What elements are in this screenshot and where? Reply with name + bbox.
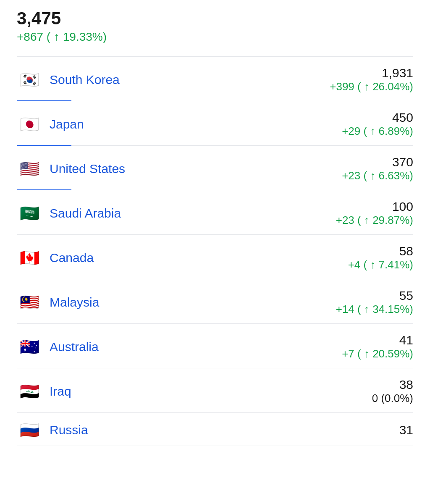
country-item[interactable]: 🇦🇺Australia41+7 ( ↑ 20.59%) — [17, 324, 413, 368]
country-item[interactable]: 🇲🇾Malaysia55+14 ( ↑ 34.15%) — [17, 279, 413, 324]
country-count: 370 — [342, 155, 413, 169]
country-list: 🇰🇷South Korea1,931+399 ( ↑ 26.04%)🇯🇵Japa… — [17, 56, 413, 446]
country-item[interactable]: 🇯🇵Japan450+29 ( ↑ 6.89%) — [17, 101, 413, 146]
country-flag: 🇦🇺 — [17, 339, 42, 355]
country-count: 41 — [342, 333, 413, 347]
country-count: 450 — [342, 110, 413, 125]
country-count: 1,931 — [330, 66, 413, 80]
total-change: +867 ( ↑ 19.33%) — [17, 30, 413, 44]
country-change: +7 ( ↑ 20.59%) — [342, 347, 413, 360]
country-change: +23 ( ↑ 6.63%) — [342, 169, 413, 182]
country-change: +399 ( ↑ 26.04%) — [330, 80, 413, 93]
country-name: Malaysia — [50, 295, 99, 310]
country-change: +4 ( ↑ 7.41%) — [348, 258, 413, 271]
country-count: 58 — [348, 244, 413, 258]
country-flag: 🇲🇾 — [17, 294, 42, 310]
country-change: +23 ( ↑ 29.87%) — [336, 214, 413, 227]
country-name: Australia — [50, 340, 99, 354]
country-count: 55 — [336, 289, 413, 303]
country-count: 31 — [399, 423, 413, 437]
country-flag: 🇨🇦 — [17, 250, 42, 266]
country-flag: 🇯🇵 — [17, 116, 42, 132]
country-item[interactable]: 🇸🇦Saudi Arabia100+23 ( ↑ 29.87%) — [17, 190, 413, 235]
page-wrapper: 3,475 +867 ( ↑ 19.33%) 🇰🇷South Korea1,93… — [0, 0, 430, 446]
country-name: Russia — [50, 423, 88, 437]
country-name: Iraq — [50, 384, 71, 399]
country-flag: 🇺🇸 — [17, 161, 42, 177]
country-item[interactable]: 🇺🇸United States370+23 ( ↑ 6.63%) — [17, 146, 413, 190]
country-item[interactable]: 🇨🇦Canada58+4 ( ↑ 7.41%) — [17, 235, 413, 279]
country-count: 38 — [372, 378, 413, 392]
country-change: +14 ( ↑ 34.15%) — [336, 303, 413, 316]
country-flag: 🇰🇷 — [17, 72, 42, 88]
country-change: 0 (0.0%) — [372, 392, 413, 405]
country-item[interactable]: 🇷🇺Russia31 — [17, 413, 413, 446]
country-flag: 🇷🇺 — [17, 422, 42, 438]
country-name: South Korea — [50, 73, 120, 87]
country-item[interactable]: 🇮🇶Iraq380 (0.0%) — [17, 368, 413, 413]
country-name: Saudi Arabia — [50, 206, 121, 220]
country-flag: 🇸🇦 — [17, 205, 42, 221]
country-name: Canada — [50, 251, 94, 265]
country-item[interactable]: 🇰🇷South Korea1,931+399 ( ↑ 26.04%) — [17, 56, 413, 101]
country-count: 100 — [336, 200, 413, 214]
country-change: +29 ( ↑ 6.89%) — [342, 125, 413, 138]
country-name: Japan — [50, 117, 84, 131]
country-name: United States — [50, 162, 125, 176]
country-flag: 🇮🇶 — [17, 383, 42, 399]
total-stat: 3,475 — [17, 8, 413, 29]
